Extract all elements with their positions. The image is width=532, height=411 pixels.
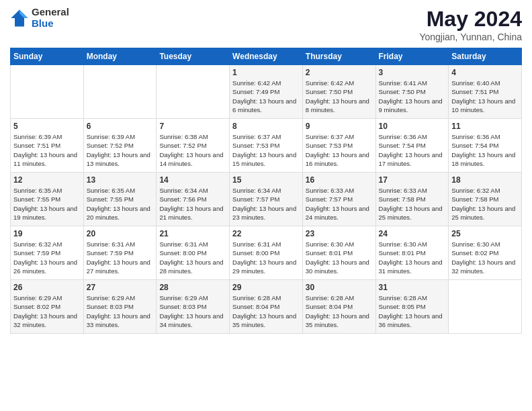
- day-number: 26: [13, 283, 81, 292]
- calendar-cell: 6Sunrise: 6:39 AM Sunset: 7:52 PM Daylig…: [83, 119, 157, 173]
- calendar-cell: 4Sunrise: 6:40 AM Sunset: 7:51 PM Daylig…: [449, 65, 522, 119]
- day-number: 22: [232, 229, 300, 238]
- calendar-cell: 29Sunrise: 6:28 AM Sunset: 8:04 PM Dayli…: [230, 280, 303, 334]
- day-number: 17: [379, 175, 446, 185]
- calendar-cell: 25Sunrise: 6:30 AM Sunset: 8:02 PM Dayli…: [449, 226, 522, 280]
- cell-content: Sunrise: 6:37 AM Sunset: 7:53 PM Dayligh…: [232, 132, 300, 168]
- weekday-header: Sunday: [11, 48, 84, 65]
- day-number: 9: [306, 122, 373, 131]
- cell-content: Sunrise: 6:30 AM Sunset: 8:01 PM Dayligh…: [379, 240, 446, 275]
- calendar-cell: [449, 280, 522, 334]
- cell-content: Sunrise: 6:30 AM Sunset: 8:02 PM Dayligh…: [451, 240, 519, 275]
- calendar-cell: [11, 65, 84, 119]
- day-number: 23: [306, 229, 373, 238]
- calendar-cell: 20Sunrise: 6:31 AM Sunset: 7:59 PM Dayli…: [83, 226, 157, 280]
- cell-content: Sunrise: 6:38 AM Sunset: 7:52 PM Dayligh…: [159, 132, 226, 168]
- calendar-cell: 24Sunrise: 6:30 AM Sunset: 8:01 PM Dayli…: [375, 226, 449, 280]
- day-number: 16: [306, 175, 373, 185]
- cell-content: Sunrise: 6:28 AM Sunset: 8:05 PM Dayligh…: [379, 293, 446, 329]
- day-number: 3: [379, 68, 446, 77]
- day-number: 21: [159, 229, 226, 238]
- cell-content: Sunrise: 6:30 AM Sunset: 8:01 PM Dayligh…: [306, 240, 373, 275]
- cell-content: Sunrise: 6:34 AM Sunset: 7:56 PM Dayligh…: [159, 186, 226, 222]
- day-number: 29: [232, 283, 300, 292]
- calendar-cell: 16Sunrise: 6:33 AM Sunset: 7:57 PM Dayli…: [302, 173, 375, 226]
- logo-text: General Blue: [32, 7, 69, 29]
- cell-content: Sunrise: 6:33 AM Sunset: 7:58 PM Dayligh…: [379, 186, 446, 222]
- cell-content: Sunrise: 6:29 AM Sunset: 8:02 PM Dayligh…: [13, 293, 81, 329]
- calendar-cell: 15Sunrise: 6:34 AM Sunset: 7:57 PM Dayli…: [230, 173, 303, 226]
- day-number: 1: [232, 68, 300, 77]
- day-number: 8: [232, 122, 300, 131]
- calendar-cell: 1Sunrise: 6:42 AM Sunset: 7:49 PM Daylig…: [230, 65, 303, 119]
- calendar-cell: 19Sunrise: 6:32 AM Sunset: 7:59 PM Dayli…: [11, 226, 84, 280]
- calendar-header: SundayMondayTuesdayWednesdayThursdayFrid…: [11, 48, 522, 65]
- sub-title: Yongjian, Yunnan, China: [419, 32, 522, 42]
- weekday-header: Saturday: [449, 48, 522, 65]
- main-title: May 2024: [419, 7, 522, 32]
- cell-content: Sunrise: 6:40 AM Sunset: 7:51 PM Dayligh…: [451, 79, 519, 114]
- day-number: 31: [379, 283, 446, 292]
- cell-content: Sunrise: 6:39 AM Sunset: 7:52 PM Dayligh…: [87, 132, 154, 168]
- cell-content: Sunrise: 6:31 AM Sunset: 7:59 PM Dayligh…: [87, 240, 154, 275]
- cell-content: Sunrise: 6:33 AM Sunset: 7:57 PM Dayligh…: [306, 186, 373, 222]
- day-number: 19: [13, 229, 81, 238]
- calendar-cell: 17Sunrise: 6:33 AM Sunset: 7:58 PM Dayli…: [375, 173, 449, 226]
- cell-content: Sunrise: 6:36 AM Sunset: 7:54 PM Dayligh…: [379, 132, 446, 168]
- calendar-cell: 7Sunrise: 6:38 AM Sunset: 7:52 PM Daylig…: [157, 119, 230, 173]
- calendar-cell: 5Sunrise: 6:39 AM Sunset: 7:51 PM Daylig…: [11, 119, 84, 173]
- calendar-cell: 23Sunrise: 6:30 AM Sunset: 8:01 PM Dayli…: [302, 226, 375, 280]
- weekday-header: Monday: [83, 48, 157, 65]
- calendar-cell: 30Sunrise: 6:28 AM Sunset: 8:04 PM Dayli…: [302, 280, 375, 334]
- cell-content: Sunrise: 6:32 AM Sunset: 7:59 PM Dayligh…: [13, 240, 81, 275]
- logo-blue-text: Blue: [32, 18, 69, 30]
- weekday-header: Wednesday: [230, 48, 303, 65]
- calendar-cell: 3Sunrise: 6:41 AM Sunset: 7:50 PM Daylig…: [375, 65, 449, 119]
- cell-content: Sunrise: 6:42 AM Sunset: 7:50 PM Dayligh…: [306, 79, 373, 114]
- calendar-cell: 12Sunrise: 6:35 AM Sunset: 7:55 PM Dayli…: [11, 173, 84, 226]
- cell-content: Sunrise: 6:41 AM Sunset: 7:50 PM Dayligh…: [379, 79, 446, 114]
- logo: General Blue: [10, 7, 69, 29]
- cell-content: Sunrise: 6:34 AM Sunset: 7:57 PM Dayligh…: [232, 186, 300, 222]
- calendar-table: SundayMondayTuesdayWednesdayThursdayFrid…: [10, 48, 522, 334]
- calendar-cell: 21Sunrise: 6:31 AM Sunset: 8:00 PM Dayli…: [157, 226, 230, 280]
- day-number: 11: [451, 122, 519, 131]
- weekday-header: Tuesday: [157, 48, 230, 65]
- day-number: 30: [306, 283, 373, 292]
- calendar-row: 5Sunrise: 6:39 AM Sunset: 7:51 PM Daylig…: [11, 119, 522, 173]
- day-number: 14: [159, 175, 226, 185]
- calendar-cell: 26Sunrise: 6:29 AM Sunset: 8:02 PM Dayli…: [11, 280, 84, 334]
- calendar-row: 19Sunrise: 6:32 AM Sunset: 7:59 PM Dayli…: [11, 226, 522, 280]
- calendar-cell: 28Sunrise: 6:29 AM Sunset: 8:03 PM Dayli…: [157, 280, 230, 334]
- calendar-row: 12Sunrise: 6:35 AM Sunset: 7:55 PM Dayli…: [11, 173, 522, 226]
- cell-content: Sunrise: 6:28 AM Sunset: 8:04 PM Dayligh…: [306, 293, 373, 329]
- header: General Blue May 2024 Yongjian, Yunnan, …: [10, 7, 522, 42]
- cell-content: Sunrise: 6:29 AM Sunset: 8:03 PM Dayligh…: [159, 293, 226, 329]
- day-number: 18: [451, 175, 519, 185]
- cell-content: Sunrise: 6:35 AM Sunset: 7:55 PM Dayligh…: [87, 186, 154, 222]
- day-number: 12: [13, 175, 81, 185]
- day-number: 6: [87, 122, 154, 131]
- cell-content: Sunrise: 6:39 AM Sunset: 7:51 PM Dayligh…: [13, 132, 81, 168]
- cell-content: Sunrise: 6:31 AM Sunset: 8:00 PM Dayligh…: [232, 240, 300, 275]
- cell-content: Sunrise: 6:36 AM Sunset: 7:54 PM Dayligh…: [451, 132, 519, 168]
- header-row: SundayMondayTuesdayWednesdayThursdayFrid…: [11, 48, 522, 65]
- logo-icon: [10, 9, 29, 28]
- day-number: 15: [232, 175, 300, 185]
- calendar-row: 26Sunrise: 6:29 AM Sunset: 8:02 PM Dayli…: [11, 280, 522, 334]
- cell-content: Sunrise: 6:31 AM Sunset: 8:00 PM Dayligh…: [159, 240, 226, 275]
- calendar-cell: 22Sunrise: 6:31 AM Sunset: 8:00 PM Dayli…: [230, 226, 303, 280]
- page: General Blue May 2024 Yongjian, Yunnan, …: [0, 0, 532, 411]
- calendar-cell: 14Sunrise: 6:34 AM Sunset: 7:56 PM Dayli…: [157, 173, 230, 226]
- day-number: 13: [87, 175, 154, 185]
- calendar-body: 1Sunrise: 6:42 AM Sunset: 7:49 PM Daylig…: [11, 65, 522, 334]
- calendar-cell: 31Sunrise: 6:28 AM Sunset: 8:05 PM Dayli…: [375, 280, 449, 334]
- day-number: 10: [379, 122, 446, 131]
- title-block: May 2024 Yongjian, Yunnan, China: [419, 7, 522, 42]
- day-number: 28: [159, 283, 226, 292]
- calendar-cell: 18Sunrise: 6:32 AM Sunset: 7:58 PM Dayli…: [449, 173, 522, 226]
- cell-content: Sunrise: 6:29 AM Sunset: 8:03 PM Dayligh…: [87, 293, 154, 329]
- calendar-cell: 9Sunrise: 6:37 AM Sunset: 7:53 PM Daylig…: [302, 119, 375, 173]
- day-number: 7: [159, 122, 226, 131]
- day-number: 2: [306, 68, 373, 77]
